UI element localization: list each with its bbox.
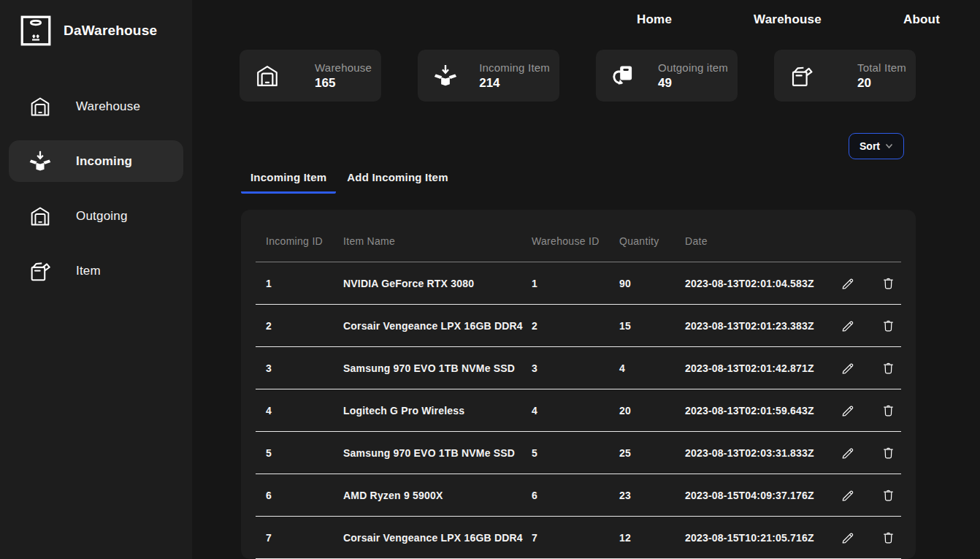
sidebar-item-label: Outgoing (76, 209, 128, 224)
row-actions (840, 318, 901, 334)
cell-item-name: Corsair Vengeance LPX 16GB DDR4 (343, 320, 532, 332)
sidebar-item-label: Incoming (76, 154, 132, 169)
cell-incoming-id: 7 (256, 532, 343, 544)
app-logo: DaWarehouse (0, 0, 192, 47)
cell-warehouse-id: 5 (532, 447, 619, 459)
delete-button[interactable] (881, 487, 896, 503)
cell-incoming-id: 2 (256, 320, 343, 332)
pencil-edit-icon (840, 530, 856, 546)
sort-button-label: Sort (860, 140, 880, 152)
delete-button[interactable] (881, 275, 896, 292)
sidebar-item-label: Item (76, 264, 101, 278)
cell-warehouse-id: 2 (532, 320, 619, 332)
cell-item-name: NVIDIA GeForce RTX 3080 (343, 278, 532, 289)
cell-item-name: AMD Ryzen 9 5900X (343, 490, 532, 501)
tab-bar: Incoming Item Add Incoming Item (241, 165, 980, 194)
trash-delete-icon (881, 360, 896, 376)
warehouse-icon (26, 94, 54, 119)
cell-date: 2023-08-13T02:01:59.643Z (685, 405, 840, 417)
cell-quantity: 4 (619, 362, 685, 374)
cell-item-name: Logitech G Pro Wireless (343, 405, 532, 417)
cell-date: 2023-08-13T02:03:31.833Z (685, 447, 840, 459)
sidebar-nav: Warehouse Incoming (0, 85, 192, 292)
sidebar-item-label: Warehouse (76, 99, 140, 114)
stat-card-incoming-item: Incoming Item 214 (418, 50, 559, 102)
cell-quantity: 23 (619, 490, 685, 501)
stats-row: Warehouse 165 Incoming Item 214 (240, 50, 980, 102)
cell-warehouse-id: 7 (532, 532, 619, 544)
cell-item-name: Corsair Vengeance LPX 16GB DDR4 (343, 532, 532, 544)
stat-value: 165 (315, 76, 335, 91)
tab-add-incoming-item[interactable]: Add Incoming Item (337, 165, 457, 194)
delete-button[interactable] (881, 360, 896, 376)
stat-value: 49 (658, 76, 672, 91)
table-row: 7 Corsair Vengeance LPX 16GB DDR4 7 12 2… (256, 517, 901, 559)
table-row: 3 Samsung 970 EVO 1TB NVMe SSD 3 4 2023-… (256, 347, 901, 389)
delete-button[interactable] (881, 318, 896, 334)
table-body: 1 NVIDIA GeForce RTX 3080 1 90 2023-08-1… (256, 262, 901, 559)
cell-quantity: 25 (619, 447, 685, 459)
edit-button[interactable] (840, 530, 856, 546)
row-actions (840, 487, 901, 503)
incoming-items-panel: Incoming ID Item Name Warehouse ID Quant… (241, 210, 916, 559)
pencil-edit-icon (840, 275, 856, 292)
edit-button[interactable] (840, 487, 856, 503)
stat-label: Incoming Item (479, 61, 550, 74)
stat-card-warehouse: Warehouse 165 (240, 50, 381, 102)
column-header-incoming-id: Incoming ID (256, 235, 343, 247)
table-row: 2 Corsair Vengeance LPX 16GB DDR4 2 15 2… (256, 305, 901, 347)
delete-button[interactable] (881, 445, 896, 461)
table-row: 6 AMD Ryzen 9 5900X 6 23 2023-08-15T04:0… (256, 474, 901, 517)
sidebar-item-warehouse[interactable]: Warehouse (9, 85, 183, 127)
column-header-item-name: Item Name (343, 235, 532, 247)
sort-button[interactable]: Sort (849, 133, 904, 159)
pencil-edit-icon (840, 318, 856, 334)
nav-link-about[interactable]: About (903, 12, 940, 27)
table-header: Incoming ID Item Name Warehouse ID Quant… (256, 210, 901, 262)
cell-quantity: 12 (619, 532, 685, 544)
trash-delete-icon (881, 275, 896, 292)
stat-card-total-item: Total Item 20 (774, 50, 916, 102)
nav-link-home[interactable]: Home (637, 12, 672, 27)
sidebar: DaWarehouse Warehouse (0, 0, 192, 559)
column-header-quantity: Quantity (619, 235, 685, 247)
delete-button[interactable] (881, 530, 896, 546)
stat-value: 20 (857, 76, 871, 91)
row-actions (840, 403, 901, 419)
row-actions (840, 445, 901, 461)
delete-button[interactable] (881, 403, 896, 419)
cell-item-name: Samsung 970 EVO 1TB NVMe SSD (343, 362, 532, 374)
item-box-icon (789, 62, 815, 90)
stat-card-outgoing-item: Outgoing item 49 (596, 50, 738, 102)
item-box-icon (26, 259, 54, 284)
warehouse-icon (26, 204, 54, 229)
cell-date: 2023-08-13T02:01:23.383Z (685, 320, 840, 332)
box-this-way-up-icon (19, 14, 53, 47)
sidebar-item-item[interactable]: Item (9, 250, 183, 292)
sidebar-item-outgoing[interactable]: Outgoing (9, 195, 183, 237)
tab-incoming-item[interactable]: Incoming Item (241, 165, 336, 194)
row-actions (840, 530, 901, 546)
cell-warehouse-id: 1 (532, 278, 619, 289)
sidebar-item-incoming[interactable]: Incoming (9, 140, 183, 182)
trash-delete-icon (881, 445, 896, 461)
main-content: Home Warehouse About Warehouse 165 (192, 0, 980, 559)
cell-warehouse-id: 4 (532, 405, 619, 417)
row-actions (840, 275, 901, 292)
edit-button[interactable] (840, 445, 856, 461)
edit-button[interactable] (840, 360, 856, 376)
cell-quantity: 90 (619, 278, 685, 289)
app-root: DaWarehouse Warehouse (0, 0, 980, 559)
stat-label: Total Item (857, 61, 906, 74)
pencil-edit-icon (840, 403, 856, 419)
sort-row: Sort (192, 133, 904, 159)
nav-link-warehouse[interactable]: Warehouse (754, 12, 822, 27)
edit-button[interactable] (840, 275, 856, 292)
cell-incoming-id: 5 (256, 447, 343, 459)
pencil-edit-icon (840, 445, 856, 461)
row-actions (840, 360, 901, 376)
edit-button[interactable] (840, 318, 856, 334)
trash-delete-icon (881, 530, 896, 546)
trash-delete-icon (881, 318, 896, 334)
edit-button[interactable] (840, 403, 856, 419)
